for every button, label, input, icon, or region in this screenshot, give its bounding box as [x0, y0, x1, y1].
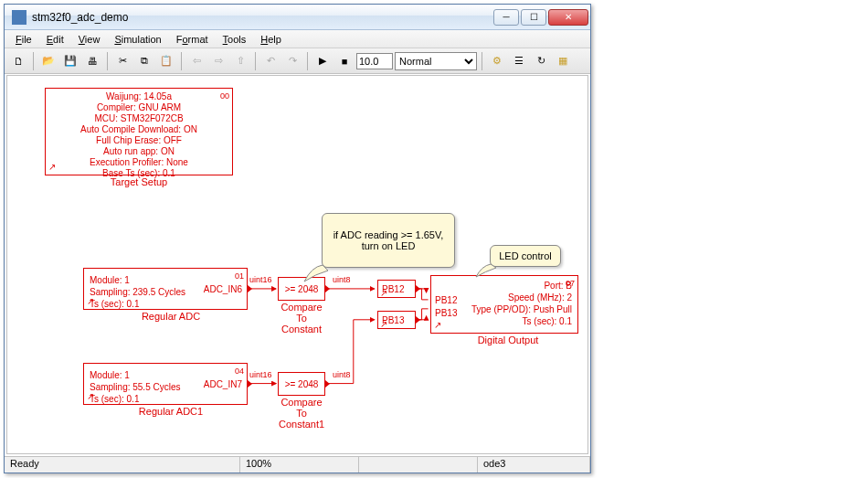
- callout-led-note[interactable]: LED control: [490, 245, 561, 267]
- print-icon[interactable]: 🖶: [82, 51, 102, 71]
- menu-simulation[interactable]: Simulation: [107, 32, 168, 47]
- signal-label: uint16: [249, 370, 272, 379]
- minimize-button[interactable]: ─: [493, 9, 519, 26]
- model-canvas[interactable]: 00 Waijung: 14.05a Compiler: GNU ARM MCU…: [6, 75, 588, 454]
- menu-file[interactable]: File: [8, 32, 39, 47]
- menubar: File Edit View Simulation Format Tools H…: [5, 30, 590, 48]
- link-flag-icon: ↗: [87, 295, 94, 307]
- target-line: Waijung: 14.05a: [46, 91, 232, 102]
- forward-icon[interactable]: ⇨: [208, 51, 228, 71]
- menu-edit[interactable]: Edit: [39, 32, 71, 47]
- block-regular-adc1[interactable]: 04 Module: 1 Sampling: 55.5 Cycles Ts (s…: [83, 363, 248, 405]
- close-button[interactable]: ✕: [548, 9, 588, 26]
- titlebar[interactable]: stm32f0_adc_demo ─ ☐ ✕: [5, 5, 590, 30]
- menu-tools[interactable]: Tools: [216, 32, 254, 47]
- link-flag-icon: ↗: [434, 319, 441, 331]
- callout-adc-note[interactable]: if ADC reading >= 1.65V, turn on LED: [322, 213, 455, 268]
- window-title: stm32f0_adc_demo: [32, 11, 493, 24]
- menu-view[interactable]: View: [71, 32, 108, 47]
- sim-time-input[interactable]: [356, 53, 393, 69]
- block-target-setup[interactable]: 00 Waijung: 14.05a Compiler: GNU ARM MCU…: [45, 88, 233, 175]
- target-line: Execution Profiler: None: [46, 157, 232, 168]
- build-icon[interactable]: ⚙: [487, 51, 507, 71]
- block-regular-adc[interactable]: 01 Module: 1 Sampling: 239.5 Cycles Ts (…: [83, 268, 248, 310]
- menu-help[interactable]: Help: [253, 32, 289, 47]
- status-empty: [359, 457, 478, 473]
- library-icon[interactable]: ▦: [553, 51, 573, 71]
- block-port-pb13[interactable]: PB13 ↗: [377, 311, 416, 329]
- open-icon[interactable]: 📂: [38, 51, 58, 71]
- up-icon[interactable]: ⇧: [230, 51, 250, 71]
- play-icon[interactable]: ▶: [312, 51, 333, 71]
- target-line: Compiler: GNU ARM: [46, 102, 232, 113]
- sim-mode-select[interactable]: Normal: [395, 52, 477, 70]
- refresh-icon[interactable]: ↻: [531, 51, 551, 71]
- new-icon[interactable]: 🗋: [8, 51, 28, 71]
- maximize-button[interactable]: ☐: [521, 9, 546, 26]
- target-line: MCU: STM32F072CB: [46, 113, 232, 124]
- block-compare-constant1[interactable]: >= 2048 Compare To Constant1: [278, 372, 325, 396]
- back-icon[interactable]: ⇦: [186, 51, 206, 71]
- copy-icon[interactable]: ⧉: [134, 51, 154, 71]
- paste-icon[interactable]: 📋: [156, 51, 176, 71]
- link-flag-icon: ↗: [380, 288, 387, 298]
- target-line: Auto Compile Download: ON: [46, 124, 232, 135]
- target-icon[interactable]: ☰: [509, 51, 529, 71]
- app-window: stm32f0_adc_demo ─ ☐ ✕ File Edit View Si…: [4, 4, 591, 473]
- toolbar: 🗋 📂 💾 🖶 ✂ ⧉ 📋 ⇦ ⇨ ⇧ ↶ ↷ ▶ ■ Normal ⚙ ☰ ↻…: [5, 48, 590, 74]
- status-zoom: 100%: [240, 457, 359, 473]
- cut-icon[interactable]: ✂: [112, 51, 132, 71]
- status-ready: Ready: [5, 457, 240, 473]
- signal-label: uint8: [333, 370, 351, 379]
- target-line: Full Chip Erase: OFF: [46, 135, 232, 146]
- link-flag-icon: ↗: [380, 319, 387, 329]
- link-flag-icon: ↗: [87, 390, 94, 402]
- link-flag-icon: ↗: [48, 162, 56, 173]
- target-line: Auto run app: ON: [46, 146, 232, 157]
- signal-label: uint16: [249, 275, 272, 284]
- status-solver: ode3: [478, 457, 590, 473]
- redo-icon[interactable]: ↷: [282, 51, 302, 71]
- block-port-pb12[interactable]: PB12 ↗: [377, 280, 416, 298]
- menu-format[interactable]: Format: [169, 32, 216, 47]
- statusbar: Ready 100% ode3: [5, 456, 590, 473]
- block-digital-output[interactable]: 07 Port: B Speed (MHz): 2 Type (PP/OD): …: [430, 275, 578, 334]
- app-icon: [12, 10, 26, 25]
- stop-icon[interactable]: ■: [334, 51, 355, 71]
- save-icon[interactable]: 💾: [60, 51, 80, 71]
- undo-icon[interactable]: ↶: [260, 51, 281, 71]
